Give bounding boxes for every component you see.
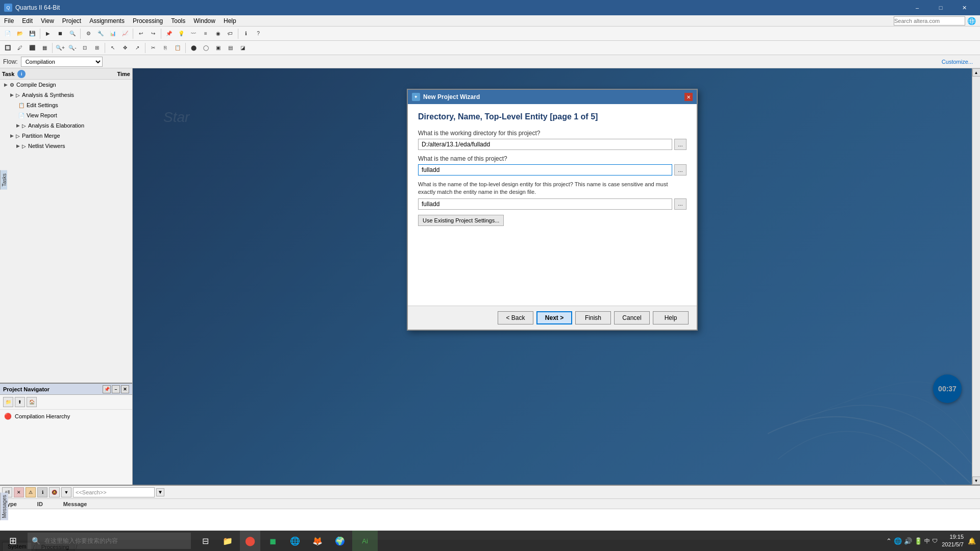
tb2-c3[interactable]: ▣ xyxy=(212,42,224,54)
tb2-move[interactable]: ✥ xyxy=(119,42,131,54)
search-dropdown-btn[interactable]: ▼ xyxy=(156,488,164,496)
tray-lang[interactable]: 中 xyxy=(924,537,930,545)
nav-min-btn[interactable]: – xyxy=(112,385,120,393)
name-input[interactable] xyxy=(418,164,672,176)
tb-question[interactable]: ? xyxy=(253,28,264,39)
task-view-report[interactable]: 📄 View Report xyxy=(0,110,132,120)
tb-pin[interactable]: 📌 xyxy=(163,28,175,39)
entity-browse-button[interactable]: … xyxy=(674,198,687,210)
tb-open[interactable]: 📂 xyxy=(14,28,26,39)
scroll-up[interactable]: ▲ xyxy=(972,68,981,77)
menu-file[interactable]: File xyxy=(0,16,18,26)
name-browse-button[interactable]: … xyxy=(674,164,687,176)
taskbar-app-3[interactable]: 🌐 xyxy=(285,531,305,551)
tb-bus[interactable]: ≡ xyxy=(200,28,211,39)
menu-processing[interactable]: Processing xyxy=(129,16,167,26)
task-analysis-synthesis[interactable]: ▶ ▷ Analysis & Synthesis xyxy=(0,90,132,100)
tb2-zoom-out[interactable]: 🔍- xyxy=(67,42,78,54)
menu-project[interactable]: Project xyxy=(58,16,85,26)
tb2-btn2[interactable]: 🖊 xyxy=(14,42,26,54)
taskbar-app-1[interactable]: ⬤ xyxy=(240,531,260,551)
msg-supp-btn[interactable]: 🔕 xyxy=(49,487,60,497)
taskbar-explorer[interactable]: 📁 xyxy=(217,531,238,551)
taskbar-search-input[interactable] xyxy=(40,537,173,544)
tb-new[interactable]: 📄 xyxy=(2,28,13,39)
dir-input[interactable] xyxy=(418,139,672,150)
search-globe-icon[interactable]: 🌐 xyxy=(967,17,976,25)
taskbar-app-4[interactable]: 🦊 xyxy=(307,531,328,551)
cancel-button[interactable]: Cancel xyxy=(614,311,650,324)
tb-chip[interactable]: 💡 xyxy=(176,28,187,39)
tray-expand[interactable]: ⌃ xyxy=(886,537,892,545)
nav-btn-2[interactable]: ⬆ xyxy=(15,397,25,407)
tb-analyze[interactable]: 🔍 xyxy=(67,28,78,39)
dialog-close-button[interactable]: ✕ xyxy=(684,93,693,101)
tb2-c1[interactable]: ⬤ xyxy=(188,42,199,54)
menu-edit[interactable]: Edit xyxy=(18,16,37,26)
search-input[interactable] xyxy=(894,16,965,26)
task-partition-merge[interactable]: ▶ ▷ Partition Merge xyxy=(0,131,132,141)
scroll-down[interactable]: ▼ xyxy=(972,477,981,485)
maximize-button[interactable]: □ xyxy=(929,0,952,15)
tb2-btn1[interactable]: 🔲 xyxy=(2,42,13,54)
next-button[interactable]: Next > xyxy=(536,311,572,324)
nav-close-btn[interactable]: ✕ xyxy=(121,385,129,393)
menu-window[interactable]: Window xyxy=(189,16,219,26)
msg-filter2-btn[interactable]: ▼ xyxy=(61,487,71,497)
tb2-route[interactable]: ↗ xyxy=(132,42,143,54)
tb-info[interactable]: ℹ xyxy=(240,28,252,39)
tb2-c5[interactable]: ◪ xyxy=(237,42,248,54)
tb2-cut[interactable]: ✂ xyxy=(148,42,159,54)
nav-btn-1[interactable]: 📁 xyxy=(3,397,13,407)
start-button[interactable]: ⊞ xyxy=(0,531,26,551)
tb2-btn4[interactable]: ▦ xyxy=(39,42,50,54)
taskbar-ai-btn[interactable]: Ai xyxy=(352,531,378,551)
finish-button[interactable]: Finish xyxy=(575,311,611,324)
tb2-select[interactable]: ↖ xyxy=(107,42,118,54)
tb2-c4[interactable]: ▤ xyxy=(225,42,236,54)
tb-compile[interactable]: ▶ xyxy=(42,28,54,39)
msg-warn-btn[interactable]: ⚠ xyxy=(26,487,36,497)
tb-node[interactable]: ◉ xyxy=(212,28,224,39)
message-search-input[interactable] xyxy=(73,487,155,497)
task-analysis-elaboration[interactable]: ▶ ▷ Analysis & Elaboration xyxy=(0,120,132,131)
task-compile-design[interactable]: ▶ ⚙ Compile Design xyxy=(0,80,132,90)
tray-battery[interactable]: 🔋 xyxy=(914,537,922,545)
minimize-button[interactable]: – xyxy=(905,0,929,15)
notification-btn[interactable]: 🔔 xyxy=(968,537,976,545)
msg-error-btn[interactable]: ✕ xyxy=(14,487,24,497)
tb-btn6[interactable]: 📈 xyxy=(119,28,131,39)
customize-button[interactable]: Customize... xyxy=(942,59,973,65)
msg-info-btn[interactable]: ℹ xyxy=(37,487,47,497)
tb-btn7[interactable]: ↩ xyxy=(135,28,146,39)
menu-view[interactable]: View xyxy=(37,16,58,26)
menu-assignments[interactable]: Assignments xyxy=(85,16,129,26)
close-button[interactable]: ✕ xyxy=(952,0,976,15)
tb2-zoom-in[interactable]: 🔍+ xyxy=(55,42,66,54)
taskbar-app-2[interactable]: ◼ xyxy=(262,531,283,551)
help-button[interactable]: Help xyxy=(653,311,689,324)
menu-tools[interactable]: Tools xyxy=(167,16,189,26)
tray-icon-1[interactable]: 🛡 xyxy=(932,538,938,544)
back-button[interactable]: < Back xyxy=(498,311,533,324)
tray-sound[interactable]: 🔊 xyxy=(904,537,912,545)
dir-browse-button[interactable]: … xyxy=(674,139,687,150)
entity-input[interactable] xyxy=(418,198,672,210)
tb2-copy[interactable]: ⎘ xyxy=(160,42,171,54)
tb-btn5[interactable]: 📊 xyxy=(107,28,118,39)
scroll-track[interactable] xyxy=(972,77,980,477)
tb2-c2[interactable]: ◯ xyxy=(200,42,211,54)
tb2-paste[interactable]: 📋 xyxy=(172,42,183,54)
nav-pin-btn[interactable]: 📌 xyxy=(103,385,111,393)
tb2-fit[interactable]: ⊡ xyxy=(79,42,90,54)
nav-btn-3[interactable]: 🏠 xyxy=(27,397,37,407)
tb-wire[interactable]: 〰 xyxy=(188,28,199,39)
menu-help[interactable]: Help xyxy=(219,16,240,26)
tb-save[interactable]: 💾 xyxy=(27,28,38,39)
clock-area[interactable]: 19:15 2021/5/7 xyxy=(942,533,964,549)
tb-assign[interactable]: 🏷 xyxy=(225,28,236,39)
tb2-btn3[interactable]: ⬛ xyxy=(27,42,38,54)
task-info-icon[interactable]: i xyxy=(17,70,26,78)
tb-stop[interactable]: ⏹ xyxy=(55,28,66,39)
tb-btn4[interactable]: 🔧 xyxy=(95,28,106,39)
